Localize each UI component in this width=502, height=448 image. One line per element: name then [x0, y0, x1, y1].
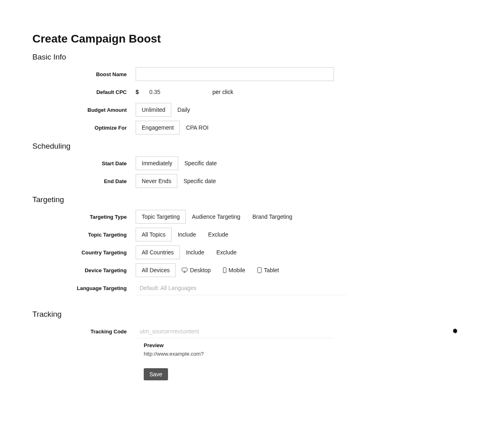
- device-targeting-label: Device Targeting: [32, 267, 136, 273]
- country-include-option[interactable]: Include: [180, 245, 210, 259]
- tracking-code-label: Tracking Code: [32, 329, 136, 335]
- end-specific-date-option[interactable]: Specific date: [177, 174, 222, 188]
- start-specific-date-option[interactable]: Specific date: [178, 156, 223, 170]
- start-date-label: Start Date: [32, 160, 136, 166]
- device-tablet-option[interactable]: Tablet: [251, 263, 285, 277]
- targeting-audience-option[interactable]: Audience Targeting: [186, 210, 247, 224]
- tablet-icon: [257, 267, 262, 273]
- targeting-brand-option[interactable]: Brand Targeting: [247, 210, 299, 224]
- device-mobile-option[interactable]: Mobile: [217, 263, 251, 277]
- device-desktop-option[interactable]: Desktop: [176, 263, 217, 277]
- save-button[interactable]: Save: [144, 368, 168, 380]
- country-all-option[interactable]: All Countries: [136, 245, 180, 259]
- default-cpc-input[interactable]: [145, 85, 206, 99]
- svg-point-6: [259, 272, 260, 273]
- budget-daily-option[interactable]: Daily: [171, 103, 196, 117]
- optimize-engagement-option[interactable]: Engagement: [136, 121, 180, 134]
- end-date-label: End Date: [32, 178, 136, 184]
- optimize-cpa-roi-option[interactable]: CPA ROI: [180, 121, 215, 134]
- optimize-for-toggle: Engagement CPA ROI: [136, 121, 215, 134]
- targeting-type-toggle: Topic Targeting Audience Targeting Brand…: [136, 210, 298, 224]
- device-mobile-text: Mobile: [229, 267, 245, 273]
- preview-url: http://www.example.com?: [144, 351, 470, 357]
- budget-unlimited-option[interactable]: Unlimited: [136, 103, 171, 117]
- language-targeting-input[interactable]: [136, 281, 241, 295]
- language-targeting-label: Language Targeting: [32, 285, 136, 291]
- targeting-topic-option[interactable]: Topic Targeting: [136, 210, 186, 224]
- section-tracking-title: Tracking: [32, 310, 470, 319]
- budget-amount-toggle: Unlimited Daily: [136, 103, 196, 117]
- currency-symbol: $: [136, 89, 139, 95]
- topic-targeting-toggle: All Topics Include Exclude: [136, 228, 234, 241]
- topic-exclude-option[interactable]: Exclude: [202, 228, 234, 241]
- device-tablet-text: Tablet: [264, 267, 279, 273]
- svg-point-4: [224, 272, 225, 272]
- start-immediately-option[interactable]: Immediately: [136, 156, 178, 170]
- topic-include-option[interactable]: Include: [172, 228, 202, 241]
- device-all-option[interactable]: All Devices: [136, 263, 176, 277]
- device-targeting-toggle: All Devices Desktop Mobile Tablet: [136, 263, 285, 277]
- end-date-toggle: Never Ends Specific date: [136, 174, 222, 188]
- preview-label: Preview: [144, 342, 470, 348]
- svg-rect-0: [182, 268, 187, 271]
- topic-all-option[interactable]: All Topics: [136, 228, 172, 241]
- desktop-icon: [182, 268, 187, 273]
- mobile-icon: [223, 267, 226, 273]
- topic-targeting-label: Topic Targeting: [32, 232, 136, 238]
- boost-name-input[interactable]: [136, 67, 334, 81]
- gear-icon: [452, 328, 457, 334]
- country-exclude-option[interactable]: Exclude: [211, 245, 243, 259]
- device-desktop-text: Desktop: [190, 267, 211, 273]
- boost-name-label: Boost Name: [32, 71, 136, 77]
- section-targeting-title: Targeting: [32, 195, 470, 204]
- country-targeting-toggle: All Countries Include Exclude: [136, 245, 242, 259]
- page-title: Create Campaign Boost: [32, 32, 470, 45]
- section-scheduling-title: Scheduling: [32, 142, 470, 151]
- tracking-code-input[interactable]: [136, 324, 334, 338]
- section-basic-info-title: Basic Info: [32, 53, 470, 62]
- budget-amount-label: Budget Amount: [32, 107, 136, 113]
- tracking-settings-button[interactable]: [452, 328, 470, 335]
- country-targeting-label: Country Targeting: [32, 250, 136, 256]
- end-never-option[interactable]: Never Ends: [136, 174, 177, 188]
- per-click-text: per click: [213, 89, 233, 95]
- targeting-type-label: Targeting Type: [32, 214, 136, 220]
- optimize-for-label: Optimize For: [32, 125, 136, 131]
- start-date-toggle: Immediately Specific date: [136, 156, 223, 170]
- default-cpc-label: Default CPC: [32, 89, 136, 95]
